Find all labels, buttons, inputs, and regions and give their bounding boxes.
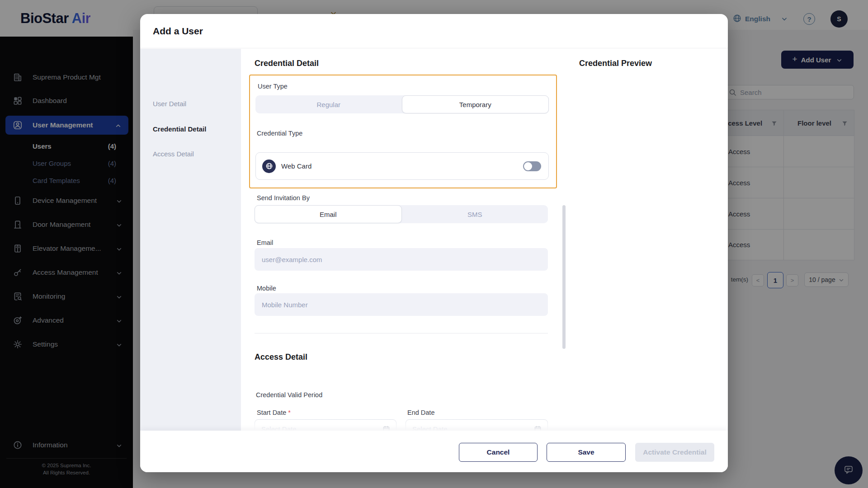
email-label: Email xyxy=(257,239,273,246)
save-button[interactable]: Save xyxy=(547,443,626,462)
mobile-field[interactable] xyxy=(255,293,548,316)
add-user-modal: Add a User User Detail Credential Detail… xyxy=(140,14,728,472)
modal-scrollbar[interactable] xyxy=(562,205,566,349)
user-type-label: User Type xyxy=(258,83,288,90)
cancel-button[interactable]: Cancel xyxy=(459,443,538,462)
credential-detail-heading: Credential Detail xyxy=(255,59,319,68)
send-invitation-label: Send Invitation By xyxy=(257,194,310,202)
invitation-segmented: Email SMS xyxy=(255,205,548,223)
page: BioStar Air Suprema Product Mgt Dashboar… xyxy=(0,0,868,488)
credential-type-label: Credential Type xyxy=(257,130,302,137)
invitation-option-email[interactable]: Email xyxy=(255,205,402,223)
web-card-row: Web Card xyxy=(255,152,549,180)
email-field[interactable] xyxy=(255,248,548,271)
end-date-label: End Date xyxy=(407,409,434,416)
required-asterisk: * xyxy=(288,409,291,416)
web-card-label: Web Card xyxy=(281,162,311,170)
modal-nav-access-detail[interactable]: Access Detail xyxy=(140,147,241,160)
user-type-option-temporary[interactable]: Temporary xyxy=(402,95,549,113)
highlighted-section: User Type Regular Temporary Credential T… xyxy=(249,75,557,188)
activate-credential-button[interactable]: Activate Credential xyxy=(635,443,714,462)
modal-nav: User Detail Credential Detail Access Det… xyxy=(140,49,241,431)
modal-title: Add a User xyxy=(153,14,203,48)
modal-footer: Cancel Save Activate Credential xyxy=(140,431,728,472)
start-date-label: Start Date* xyxy=(257,409,291,416)
modal-header: Add a User xyxy=(140,14,728,48)
credential-preview-heading: Credential Preview xyxy=(579,59,652,68)
modal-nav-credential-detail[interactable]: Credential Detail xyxy=(140,122,241,136)
globe-icon xyxy=(262,160,276,173)
access-detail-heading: Access Detail xyxy=(255,352,307,362)
scroll-fade xyxy=(241,419,576,431)
mobile-label: Mobile xyxy=(257,285,276,292)
user-type-segmented: Regular Temporary xyxy=(255,95,549,113)
web-card-toggle[interactable] xyxy=(523,161,541,171)
modal-body: Credential Detail User Type Regular Temp… xyxy=(241,49,728,431)
section-divider xyxy=(255,333,548,333)
invitation-option-sms[interactable]: SMS xyxy=(402,205,548,223)
valid-period-label: Credential Valid Period xyxy=(256,391,322,399)
modal-nav-user-detail[interactable]: User Detail xyxy=(140,97,241,110)
user-type-option-regular[interactable]: Regular xyxy=(255,95,402,113)
toggle-knob xyxy=(524,162,532,170)
